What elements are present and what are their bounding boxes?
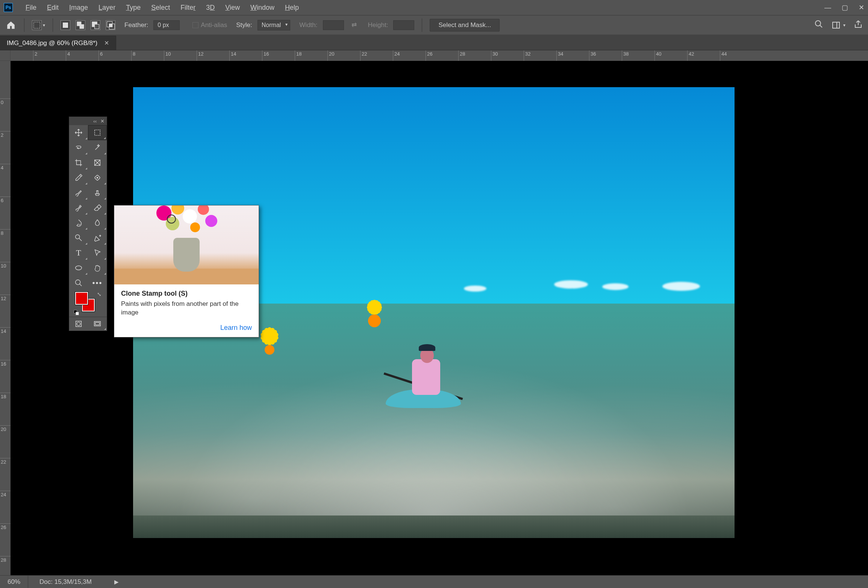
edit-toolbar-button[interactable]: ••• [88,275,107,290]
svg-rect-12 [95,130,100,136]
height-label: Height: [368,21,388,29]
spot-healing-tool[interactable] [88,170,107,185]
tools-panel[interactable]: ‹‹ ✕ T ••• ⤡ [69,116,107,331]
screen-mode-button[interactable] [88,317,107,331]
selection-new-button[interactable] [61,20,70,30]
clone-stamp-tool[interactable] [88,185,107,200]
selection-add-button[interactable] [76,20,85,30]
zoom-tool[interactable] [69,275,88,290]
tab-title: IMG_0486.jpg @ 60% (RGB/8*) [7,39,97,47]
share-icon[interactable] [854,20,863,30]
selection-intersect-button[interactable] [106,20,115,30]
document-info[interactable]: Doc: 15,3M/15,3M [28,578,103,586]
document-info-arrow-icon[interactable]: ▶ [114,579,119,585]
path-selection-tool[interactable] [88,245,107,260]
tab-close-icon[interactable]: ✕ [104,39,109,47]
pen-tool[interactable] [88,230,107,245]
eraser-tool[interactable] [88,200,107,215]
shape-tool[interactable] [69,260,88,275]
workspace-switcher[interactable]: ▾ [832,21,845,30]
menu-bar: Ps File Edit Image Layer Type Select Fil… [0,0,868,15]
menu-type[interactable]: Type [121,2,146,13]
sun-sticker-icon [259,340,280,360]
zoom-level[interactable]: 60% [0,576,28,588]
style-select[interactable]: Normal [258,20,291,30]
swap-dimensions-icon: ⇄ [351,21,357,29]
svg-point-17 [76,266,82,270]
svg-rect-10 [833,22,839,28]
rectangular-marquee-tool[interactable] [88,125,107,140]
tool-tooltip: Clone Stamp tool (S) Paints with pixels … [114,205,259,337]
quick-mask-button[interactable] [69,317,88,331]
ruler-corner [0,50,11,61]
width-input [323,20,344,30]
collapse-icon[interactable]: ‹‹ [93,118,97,124]
select-and-mask-button[interactable]: Select and Mask... [430,19,500,32]
swap-colors-icon[interactable]: ⤡ [97,291,101,297]
svg-rect-7 [109,24,112,27]
tooltip-description: Paints with pixels from another part of … [121,300,252,317]
horizontal-ruler: 2468101214161820222426283032343638404244 [11,50,868,61]
magic-wand-tool[interactable] [88,140,107,155]
default-colors-icon[interactable] [74,310,79,315]
svg-point-8 [815,21,821,26]
crop-tool[interactable] [69,155,88,170]
document-tab-bar: IMG_0486.jpg @ 60% (RGB/8*) ✕ [0,35,868,50]
search-icon[interactable] [814,20,823,30]
frame-tool[interactable] [88,155,107,170]
svg-point-16 [76,235,80,239]
menu-window[interactable]: Window [245,2,280,13]
marquee-preset-dropdown[interactable]: ▾ [32,20,45,30]
options-bar: ▾ Feather: Anti-alias Style: Normal Widt… [0,15,868,35]
selection-subtract-button[interactable] [91,20,100,30]
dodge-tool[interactable] [69,230,88,245]
move-tool[interactable] [69,125,88,140]
menu-layer[interactable]: Layer [93,2,121,13]
menu-filter[interactable]: Filter [175,2,201,13]
tools-panel-header[interactable]: ‹‹ ✕ [69,117,107,125]
panel-close-icon[interactable]: ✕ [100,118,105,124]
window-maximize-button[interactable]: ▢ [842,3,848,12]
svg-line-9 [820,25,822,27]
status-bar: 60% Doc: 15,3M/15,3M ▶ [0,575,868,588]
document-tab[interactable]: IMG_0486.jpg @ 60% (RGB/8*) ✕ [0,36,116,50]
menu-help[interactable]: Help [280,2,304,13]
color-swatches[interactable]: ⤡ [69,290,107,317]
menu-view[interactable]: View [220,2,245,13]
svg-rect-0 [34,22,40,28]
menu-3d[interactable]: 3D [201,2,220,13]
window-close-button[interactable]: ✕ [859,3,864,12]
home-button[interactable] [5,20,17,31]
antialias-checkbox: Anti-alias [192,21,227,29]
sun-sticker-icon [362,308,387,334]
menu-edit[interactable]: Edit [42,2,64,13]
brush-tool[interactable] [69,185,88,200]
tooltip-preview-image [114,206,259,284]
width-label: Width: [299,21,317,29]
menu-file[interactable]: File [20,2,42,13]
style-label: Style: [236,21,252,29]
window-minimize-button[interactable]: — [824,4,831,12]
history-brush-tool[interactable] [69,200,88,215]
tooltip-learn-link[interactable]: Learn how [114,322,259,337]
menu-select[interactable]: Select [146,2,175,13]
feather-input[interactable] [153,20,180,30]
menu-image[interactable]: Image [64,2,93,13]
kayaker-figure [386,344,461,412]
tooltip-title: Clone Stamp tool (S) [121,290,252,298]
svg-rect-22 [95,322,100,325]
svg-point-15 [97,177,98,178]
svg-rect-2 [80,24,84,29]
eyedropper-tool[interactable] [69,170,88,185]
hand-tool[interactable] [88,260,107,275]
gradient-tool[interactable] [69,215,88,230]
lasso-tool[interactable] [69,140,88,155]
blur-tool[interactable] [88,215,107,230]
foreground-color-swatch[interactable] [75,292,88,305]
svg-point-20 [77,322,80,325]
svg-rect-4 [95,24,99,29]
vertical-ruler: 0246810121416182022242628 [0,61,11,575]
app-icon: Ps [4,3,13,12]
height-input [393,20,414,30]
type-tool[interactable]: T [69,245,88,260]
